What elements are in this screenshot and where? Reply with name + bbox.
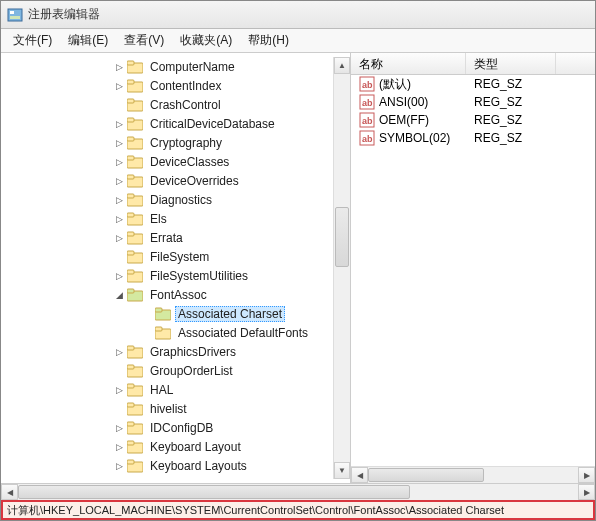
tree-vertical-scrollbar[interactable]: ▲ ▼ (333, 57, 350, 479)
tree-item[interactable]: ◢FontAssoc (1, 285, 350, 304)
expand-toggle-icon (141, 327, 153, 339)
expand-toggle-icon[interactable]: ▷ (113, 441, 125, 453)
expand-toggle-icon[interactable]: ▷ (113, 213, 125, 225)
tree-item-label: FontAssoc (147, 287, 210, 303)
scroll-right-button[interactable]: ▶ (578, 484, 595, 500)
tree-item[interactable]: hivelist (1, 399, 350, 418)
svg-text:ab: ab (362, 134, 373, 144)
tree-item-label: FileSystemUtilities (147, 268, 251, 284)
tree-item[interactable]: FileSystem (1, 247, 350, 266)
tree-item[interactable]: ▷GraphicsDrivers (1, 342, 350, 361)
tree-item[interactable]: ▷Cryptography (1, 133, 350, 152)
scroll-thumb[interactable] (335, 207, 349, 267)
value-type-cell: REG_SZ (466, 76, 556, 92)
expand-toggle-icon[interactable]: ▷ (113, 232, 125, 244)
svg-rect-2 (10, 16, 20, 19)
expand-toggle-icon[interactable]: ▷ (113, 346, 125, 358)
tree-item[interactable]: ▷DeviceClasses (1, 152, 350, 171)
svg-rect-24 (127, 251, 134, 255)
expand-toggle-icon[interactable] (113, 99, 125, 111)
svg-rect-44 (127, 441, 134, 445)
menu-view[interactable]: 查看(V) (116, 29, 172, 52)
expand-toggle-icon[interactable]: ▷ (113, 422, 125, 434)
expand-toggle-icon[interactable]: ▷ (113, 156, 125, 168)
tree-item[interactable]: ▷Els (1, 209, 350, 228)
expand-toggle-icon[interactable]: ◢ (113, 289, 125, 301)
tree-item-label: CriticalDeviceDatabase (147, 116, 278, 132)
list-pane[interactable]: 名称 类型 ab(默认)REG_SZabANSI(00)REG_SZabOEM(… (351, 53, 595, 483)
tree-item[interactable]: Associated DefaultFonts (1, 323, 350, 342)
tree-item[interactable]: ▷Diagnostics (1, 190, 350, 209)
value-name-cell: abSYMBOL(02) (351, 129, 466, 147)
expand-toggle-icon[interactable]: ▷ (113, 175, 125, 187)
tree-item-label: GraphicsDrivers (147, 344, 239, 360)
scroll-up-button[interactable]: ▲ (334, 57, 350, 74)
tree-item-label: hivelist (147, 401, 190, 417)
menu-favorites[interactable]: 收藏夹(A) (172, 29, 240, 52)
tree-item-label: Cryptography (147, 135, 225, 151)
column-type[interactable]: 类型 (466, 53, 556, 74)
tree-item-label: Errata (147, 230, 186, 246)
expand-toggle-icon[interactable]: ▷ (113, 80, 125, 92)
tree-item[interactable]: ▷IDConfigDB (1, 418, 350, 437)
list-row[interactable]: abANSI(00)REG_SZ (351, 93, 595, 111)
expand-toggle-icon[interactable]: ▷ (113, 194, 125, 206)
menu-file[interactable]: 文件(F) (5, 29, 60, 52)
tree-item[interactable]: ▷ContentIndex (1, 76, 350, 95)
menu-edit[interactable]: 编辑(E) (60, 29, 116, 52)
svg-rect-38 (127, 384, 134, 388)
svg-rect-16 (127, 175, 134, 179)
tree-item-label: Keyboard Layout (147, 439, 244, 455)
tree-item[interactable]: CrashControl (1, 95, 350, 114)
svg-rect-0 (8, 9, 22, 21)
scroll-left-button[interactable]: ◀ (1, 484, 18, 500)
tree-item-label: ComputerName (147, 59, 238, 75)
list-row[interactable]: abSYMBOL(02)REG_SZ (351, 129, 595, 147)
column-name[interactable]: 名称 (351, 53, 466, 74)
svg-text:ab: ab (362, 98, 373, 108)
list-horizontal-scrollbar[interactable]: ◀ ▶ (351, 466, 595, 483)
svg-rect-26 (127, 270, 134, 274)
expand-toggle-icon[interactable] (113, 365, 125, 377)
scroll-left-button[interactable]: ◀ (351, 467, 368, 483)
expand-toggle-icon[interactable]: ▷ (113, 384, 125, 396)
scroll-down-button[interactable]: ▼ (334, 462, 350, 479)
tree-item[interactable]: ▷Errata (1, 228, 350, 247)
tree-item[interactable]: Associated Charset (1, 304, 350, 323)
expand-toggle-icon[interactable] (113, 403, 125, 415)
titlebar: 注册表编辑器 (1, 1, 595, 29)
svg-text:ab: ab (362, 116, 373, 126)
tree-item-label: GroupOrderList (147, 363, 236, 379)
tree-item[interactable]: ▷Keyboard Layout (1, 437, 350, 456)
tree-item-label: DeviceClasses (147, 154, 232, 170)
svg-rect-6 (127, 80, 134, 84)
tree-item[interactable]: ▷DeviceOverrides (1, 171, 350, 190)
svg-rect-32 (155, 327, 162, 331)
expand-toggle-icon[interactable] (113, 251, 125, 263)
svg-rect-1 (10, 11, 14, 14)
expand-toggle-icon[interactable]: ▷ (113, 61, 125, 73)
regedit-icon (7, 7, 23, 23)
tree-item[interactable]: ▷CriticalDeviceDatabase (1, 114, 350, 133)
expand-toggle-icon[interactable]: ▷ (113, 270, 125, 282)
tree-item[interactable]: ▷ComputerName (1, 57, 350, 76)
list-row[interactable]: abOEM(FF)REG_SZ (351, 111, 595, 129)
expand-toggle-icon[interactable]: ▷ (113, 460, 125, 472)
expand-toggle-icon[interactable]: ▷ (113, 137, 125, 149)
window-title: 注册表编辑器 (28, 6, 100, 23)
tree-item[interactable]: ▷Keyboard Layouts (1, 456, 350, 475)
tree-item[interactable]: ▷HAL (1, 380, 350, 399)
scroll-right-button[interactable]: ▶ (578, 467, 595, 483)
tree-item[interactable]: GroupOrderList (1, 361, 350, 380)
value-name-cell: ab(默认) (351, 75, 466, 94)
tree-item[interactable]: ▷FileSystemUtilities (1, 266, 350, 285)
tree-horizontal-scrollbar[interactable]: ◀ ▶ (1, 483, 595, 500)
expand-toggle-icon[interactable]: ▷ (113, 118, 125, 130)
tree-pane[interactable]: ▷ComputerName▷ContentIndexCrashControl▷C… (1, 53, 351, 483)
scroll-thumb[interactable] (18, 485, 410, 499)
menu-help[interactable]: 帮助(H) (240, 29, 297, 52)
scroll-thumb[interactable] (368, 468, 484, 482)
list-row[interactable]: ab(默认)REG_SZ (351, 75, 595, 93)
svg-rect-18 (127, 194, 134, 198)
menubar: 文件(F) 编辑(E) 查看(V) 收藏夹(A) 帮助(H) (1, 29, 595, 53)
